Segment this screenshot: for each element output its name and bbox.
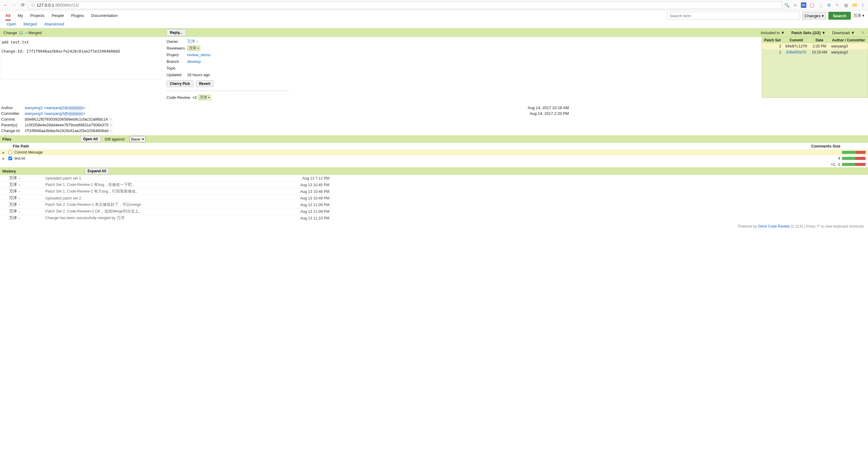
open-all-button[interactable]: Open All [81, 136, 101, 142]
files-header: Files Open All Diff against: Base [0, 135, 868, 143]
code-review-score: +2 [192, 95, 197, 100]
tab-projects[interactable]: Projects [30, 11, 44, 21]
ps-hdr-author: Author / Committer [829, 37, 868, 43]
user-menu[interactable]: 万洋 ▾ [853, 13, 864, 19]
changeid-value: I7f1f9946aa3b8acfe2428c81ae2f3e32064808d… [25, 128, 108, 133]
sub-nav: Open Merged Abandoned [0, 21, 868, 28]
tab-all[interactable]: All [5, 11, 10, 21]
change-label: Change [3, 31, 17, 35]
diff-base-select[interactable]: Base [130, 136, 146, 142]
project-label: Project [166, 53, 187, 57]
patch-set-row[interactable]: 2b0e8fc12f02:20 PMwanyang3 [762, 43, 868, 49]
nav-forward-icon: → [11, 2, 18, 8]
nav-back-icon[interactable]: ← [2, 2, 9, 8]
url-bar[interactable]: ⓘ 127.0.0.1:9000/#/c/11/ [28, 1, 782, 9]
owner-link[interactable]: 万洋 [187, 39, 195, 44]
tab-plugins[interactable]: Plugins [71, 11, 84, 21]
file-checkbox[interactable] [8, 157, 12, 160]
tab-docs[interactable]: Documentation [91, 11, 118, 21]
history-row[interactable]: 万洋 ▪Patch Set 2: Code-Review+2 OK，这就Merg… [0, 208, 333, 215]
subtab-open[interactable]: Open [7, 22, 16, 26]
change-status: – Merged [25, 31, 42, 35]
ext-icon[interactable]: ⚙ [826, 2, 832, 8]
search-button[interactable]: Search [829, 12, 851, 20]
owner-label: Owner [166, 39, 187, 44]
patch-sets-dropdown[interactable]: Patch Sets (2/2) ▼ [791, 31, 826, 35]
reply-button[interactable]: Reply... [166, 29, 186, 36]
history-row[interactable]: 万洋 ▪Patch Set 1: Code-Review-2 有大bug，打回重… [0, 188, 333, 195]
url-host: 127.0.0.1 [37, 3, 54, 7]
nav-reload-icon[interactable]: ⟳ [19, 2, 26, 8]
copy-icon[interactable]: ⎘ [110, 129, 113, 133]
ext-icon[interactable]: ▦ [843, 2, 849, 8]
code-review-user-chip[interactable]: 万洋 ▪ [198, 95, 211, 100]
history-header: History Expand All [0, 167, 868, 175]
included-in-dropdown[interactable]: Included in ▼ [761, 31, 784, 35]
author-link[interactable]: wanyang3 <wanyang3@▮▮▮▮▮▮▮> [25, 105, 85, 110]
browser-extensions: 🔍 ☆ FE ◯ △ ⚙ ✎ ▦ JB ⋮ [784, 2, 866, 8]
project-link[interactable]: review_demo [187, 53, 210, 57]
url-rest: :9000/#/c/11/ [54, 3, 79, 7]
reviewer-chip[interactable]: 万洋 ▪ [187, 45, 200, 51]
history-row[interactable]: 万洋 ▪Patch Set 1: Code-Review-1 有bug，在修改一… [0, 181, 333, 188]
col-comments: Comments [811, 144, 831, 148]
changeid-label: Change-Id [1, 128, 25, 133]
ext-icon[interactable]: △ [818, 2, 823, 8]
files-total: +2, -2 [0, 161, 868, 167]
history-row[interactable]: 万洋 ▪Change has been successfully merged … [0, 215, 333, 221]
parent-hash: 1c5f1f59e4e28dd4eee7879cedf9831e7506e375 [25, 123, 108, 127]
cherry-pick-button[interactable]: Cherry Pick [166, 81, 193, 87]
copy-icon[interactable]: ⎘ [110, 117, 112, 122]
subtab-abandoned[interactable]: Abandoned [44, 22, 64, 26]
expand-all-button[interactable]: Expand All [85, 168, 109, 174]
tab-my[interactable]: My [18, 11, 23, 21]
ps-hdr-date: Date [810, 37, 830, 43]
change-header: Change 11 – Merged Reply... Included in … [0, 28, 868, 37]
revert-button[interactable]: Revert [196, 81, 214, 87]
presence-icon: ▪ [197, 39, 198, 43]
patch-set-row[interactable]: 1636e853d7010:19 AMwanyang3 [762, 49, 868, 55]
tab-people[interactable]: People [52, 11, 64, 21]
commit-meta: Authorwanyang3 <wanyang3@▮▮▮▮▮▮▮>Aug 14,… [0, 103, 868, 135]
changes-dropdown[interactable]: Changes ▾ [802, 12, 826, 20]
col-filepath: File Path [2, 144, 29, 148]
change-number[interactable]: 11 [19, 31, 23, 35]
star-icon[interactable]: ☆ [793, 2, 798, 8]
edit-icon[interactable]: ✎ [861, 31, 865, 35]
footer: Powered by Gerrit Code Review (2.13.5) |… [0, 221, 868, 230]
file-row[interactable]: ▶Commit Message [0, 149, 868, 155]
history-row[interactable]: 万洋 ▪Patch Set 2: Code-Review+1 本次修改好了，可以… [0, 201, 333, 208]
commit-label: Commit [1, 117, 25, 122]
patch-set-panel: Patch Set Commit Date Author / Committer… [762, 37, 868, 98]
reviewers-label: Reviewers [166, 46, 187, 51]
browser-chrome: ← → ⟳ ⓘ 127.0.0.1:9000/#/c/11/ 🔍 ☆ FE ◯ … [0, 0, 868, 10]
code-review-label: Code-Review [166, 95, 190, 100]
ext-icon[interactable]: FE [801, 2, 806, 8]
committer-date: Aug 14, 2017 2:20 PM [530, 111, 868, 116]
committer-link[interactable]: wanyang3 <wanyang3@▮▮▮▮▮▮▮> [25, 111, 85, 116]
browser-menu-icon[interactable]: ⋮ [860, 2, 866, 8]
nav-tabs: All My Projects People Plugins Documenta… [2, 11, 118, 21]
copy-icon[interactable]: ⎘ [110, 123, 113, 127]
author-date: Aug 14, 2017 10:19 AM [528, 105, 868, 110]
col-size: Size [833, 144, 840, 148]
files-title: Files [2, 137, 11, 142]
file-checkbox[interactable] [8, 151, 12, 154]
topic-label: Topic [166, 66, 187, 70]
history-row[interactable]: 万洋 ▪Uploaded patch set 1.Aug 13 7:12 PM [0, 175, 333, 181]
file-row[interactable]: ▶test.txt4 [0, 155, 868, 161]
ext-icon[interactable]: JB [852, 2, 857, 8]
ext-icon[interactable]: ✎ [835, 2, 840, 8]
zoom-icon[interactable]: 🔍 [784, 2, 789, 8]
updated-value: 16 hours ago [187, 72, 210, 77]
commit-hash: b0e8fc12f0783039206569eb9c1cfac32a86bc14 [25, 117, 108, 122]
committer-label: Committer [1, 111, 25, 116]
top-nav: All My Projects People Plugins Documenta… [0, 10, 868, 21]
gerrit-link[interactable]: Gerrit Code Review [758, 224, 790, 228]
ext-icon[interactable]: ◯ [809, 2, 815, 8]
subtab-merged[interactable]: Merged [24, 22, 37, 26]
branch-link[interactable]: develop [187, 59, 201, 64]
download-dropdown[interactable]: Download ▼ [832, 31, 855, 35]
history-row[interactable]: 万洋 ▪Uploaded patch set 2.Aug 13 10:49 PM [0, 195, 333, 201]
search-input[interactable] [667, 12, 800, 20]
